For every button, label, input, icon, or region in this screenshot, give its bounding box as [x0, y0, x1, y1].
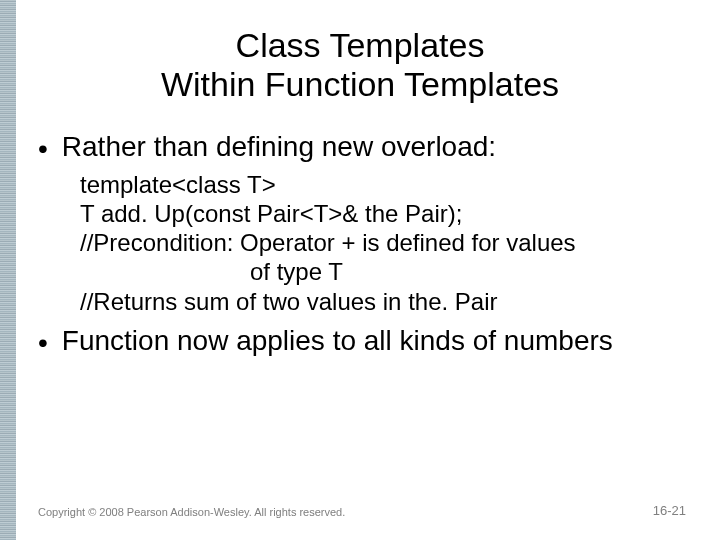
title-line-1: Class Templates	[0, 26, 720, 65]
footer-copyright: Copyright © 2008 Pearson Addison-Wesley.…	[38, 506, 345, 518]
code-line: T add. Up(const Pair<T>& the Pair);	[80, 199, 690, 228]
code-line: template<class T>	[80, 170, 690, 199]
bullet-item: • Rather than defining new overload:	[38, 130, 690, 166]
bullet-text: Function now applies to all kinds of num…	[62, 324, 613, 358]
footer-page-number: 16-21	[653, 503, 686, 518]
slide-title: Class Templates Within Function Template…	[0, 26, 720, 104]
bullet-text: Rather than defining new overload:	[62, 130, 496, 164]
code-line: of type T	[80, 257, 690, 286]
bullet-marker: •	[38, 132, 48, 166]
code-block: template<class T> T add. Up(const Pair<T…	[80, 170, 690, 316]
title-line-2: Within Function Templates	[0, 65, 720, 104]
slide: Class Templates Within Function Template…	[0, 0, 720, 540]
code-line: //Returns sum of two values in the. Pair	[80, 287, 690, 316]
bullet-marker: •	[38, 326, 48, 360]
slide-body: • Rather than defining new overload: tem…	[38, 130, 690, 364]
bullet-item: • Function now applies to all kinds of n…	[38, 324, 690, 360]
code-line: //Precondition: Operator + is defined fo…	[80, 228, 690, 257]
